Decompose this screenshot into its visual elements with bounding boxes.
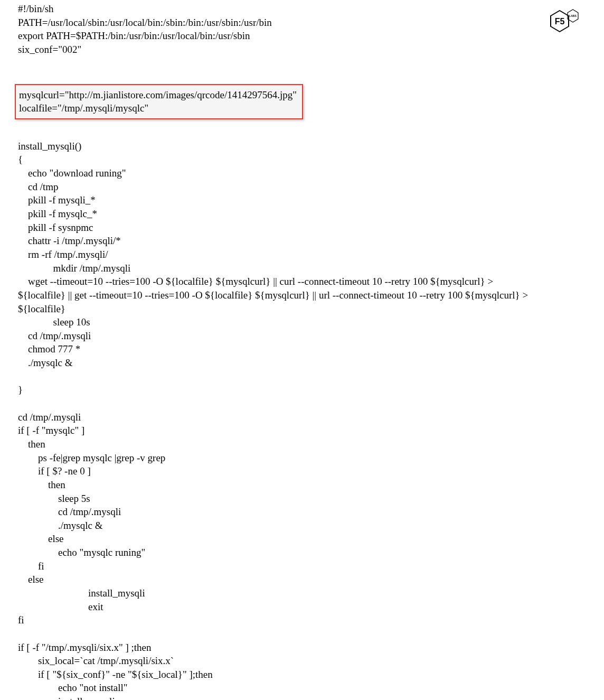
logo-badge: LABS: [569, 14, 577, 17]
highlighted-lines: mysqlcurl="http://m.jianlistore.com/imag…: [15, 84, 303, 119]
script-content: #!/bin/sh PATH=/usr/local/sbin:/usr/loca…: [18, 2, 586, 700]
logo-text: F5: [555, 17, 565, 26]
f5-labs-logo: F5 LABS: [548, 8, 581, 35]
script-body: install_mysqli() { echo "download runing…: [18, 139, 586, 700]
highlighted-code: mysqlcurl="http://m.jianlistore.com/imag…: [19, 88, 297, 115]
script-header: #!/bin/sh PATH=/usr/local/sbin:/usr/loca…: [18, 2, 586, 57]
